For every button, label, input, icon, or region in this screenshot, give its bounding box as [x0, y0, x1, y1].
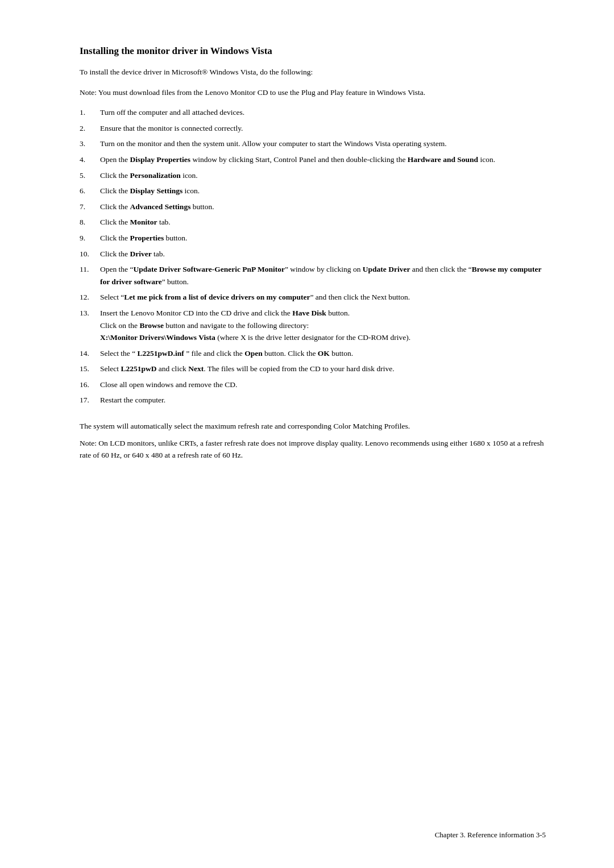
- step-17-content: Restart the computer.: [100, 394, 546, 406]
- intro-paragraph-2: Note: You must download files from the L…: [80, 86, 546, 99]
- step-8-content: Click the Monitor tab.: [100, 216, 546, 229]
- step-14-num: 14.: [80, 347, 100, 360]
- step-2-num: 2.: [80, 122, 100, 135]
- step-9-num: 9.: [80, 232, 100, 244]
- step-15-content: Select L2251pwD and click Next. The file…: [100, 363, 546, 375]
- step-1: 1. Turn off the computer and all attache…: [80, 106, 546, 119]
- intro-paragraph-1: To install the device driver in Microsof…: [80, 66, 546, 78]
- step-2-content: Ensure that the monitor is connected cor…: [100, 122, 546, 135]
- step-7-num: 7.: [80, 201, 100, 213]
- step-14: 14. Select the “ L2251pwD.inf ” file and…: [80, 347, 546, 360]
- steps-list: 1. Turn off the computer and all attache…: [80, 106, 546, 406]
- step-6-num: 6.: [80, 185, 100, 197]
- step-14-content: Select the “ L2251pwD.inf ” file and cli…: [100, 347, 546, 360]
- footer-notes: The system will automatically select the…: [80, 420, 546, 462]
- step-11-num: 11.: [80, 263, 100, 276]
- step-4: 4. Open the Display Properties window by…: [80, 153, 546, 166]
- step-17-num: 17.: [80, 394, 100, 406]
- step-12: 12. Select “Let me pick from a list of d…: [80, 291, 546, 304]
- step-7: 7. Click the Advanced Settings button.: [80, 201, 546, 213]
- step-11: 11. Open the “Update Driver Software-Gen…: [80, 263, 546, 288]
- step-5-content: Click the Personalization icon.: [100, 169, 546, 182]
- page-footer: Chapter 3. Reference information 3-5: [435, 830, 546, 840]
- step-15: 15. Select L2251pwD and click Next. The …: [80, 363, 546, 375]
- step-13-content: Insert the Lenovo Monitor CD into the CD…: [100, 307, 546, 344]
- step-10: 10. Click the Driver tab.: [80, 248, 546, 260]
- step-8-num: 8.: [80, 216, 100, 229]
- step-9-content: Click the Properties button.: [100, 232, 546, 244]
- step-1-content: Turn off the computer and all attached d…: [100, 106, 546, 119]
- step-17: 17. Restart the computer.: [80, 394, 546, 406]
- step-13: 13. Insert the Lenovo Monitor CD into th…: [80, 307, 546, 344]
- step-4-num: 4.: [80, 153, 100, 166]
- step-6-content: Click the Display Settings icon.: [100, 185, 546, 197]
- step-1-num: 1.: [80, 106, 100, 119]
- footer-note-2: Note: On LCD monitors, unlike CRTs, a fa…: [80, 437, 546, 462]
- step-12-content: Select “Let me pick from a list of devic…: [100, 291, 546, 304]
- step-16-num: 16.: [80, 379, 100, 391]
- step-5-num: 5.: [80, 169, 100, 182]
- step-3: 3. Turn on the monitor and then the syst…: [80, 138, 546, 150]
- section-title: Installing the monitor driver in Windows…: [80, 45, 546, 57]
- step-12-num: 12.: [80, 291, 100, 304]
- step-9: 9. Click the Properties button.: [80, 232, 546, 244]
- footer-note-1: The system will automatically select the…: [80, 420, 546, 433]
- step-11-content: Open the “Update Driver Software-Generic…: [100, 263, 546, 288]
- step-15-num: 15.: [80, 363, 100, 375]
- step-6: 6. Click the Display Settings icon.: [80, 185, 546, 197]
- step-3-num: 3.: [80, 138, 100, 150]
- step-4-content: Open the Display Properties window by cl…: [100, 153, 546, 166]
- step-2: 2. Ensure that the monitor is connected …: [80, 122, 546, 135]
- step-16-content: Close all open windows and remove the CD…: [100, 379, 546, 391]
- step-16: 16. Close all open windows and remove th…: [80, 379, 546, 391]
- step-10-content: Click the Driver tab.: [100, 248, 546, 260]
- step-8: 8. Click the Monitor tab.: [80, 216, 546, 229]
- step-3-content: Turn on the monitor and then the system …: [100, 138, 546, 150]
- step-5: 5. Click the Personalization icon.: [80, 169, 546, 182]
- step-13-num: 13.: [80, 307, 100, 319]
- page: Installing the monitor driver in Windows…: [0, 0, 614, 868]
- step-7-content: Click the Advanced Settings button.: [100, 201, 546, 213]
- step-10-num: 10.: [80, 248, 100, 260]
